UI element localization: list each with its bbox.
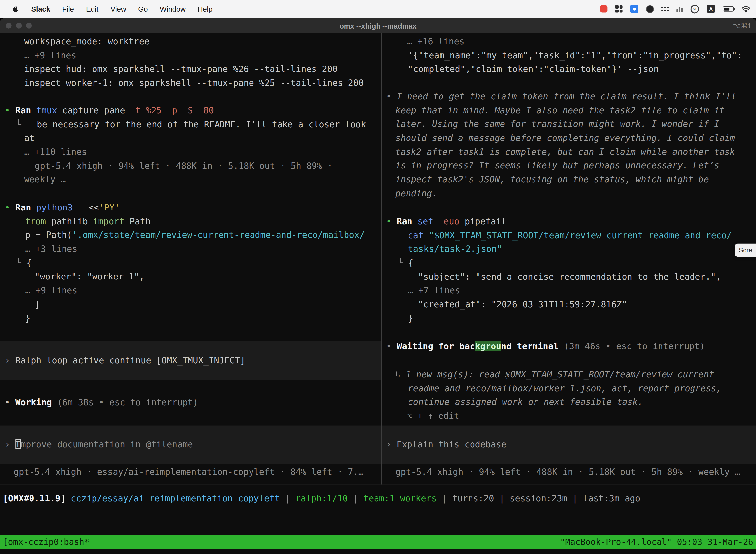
- omx-status-line: [OMX#0.11.9] cczip/essay/ai-reimplementa…: [0, 492, 756, 506]
- terminal-line: is in progress? It seems likely but perh…: [382, 159, 756, 173]
- text-segment: •: [386, 216, 397, 226]
- text-segment: •: [386, 341, 397, 351]
- text-segment: ›: [386, 439, 397, 449]
- terminal-line: … +9 lines: [0, 284, 381, 297]
- text-segment: inspect_worker-1: omx sparkshell --tmux-…: [24, 78, 364, 88]
- text-segment: team:1 workers: [363, 493, 437, 503]
- text-segment: cat: [408, 230, 429, 240]
- text-segment: ]: [35, 299, 40, 309]
- text-segment: kgrou: [475, 341, 501, 351]
- text-segment: … +7 lines: [408, 285, 460, 296]
- text-segment: Waiting for bac: [397, 341, 475, 351]
- text-segment: •: [386, 91, 397, 101]
- app-menus: SlackFileEditViewGoWindowHelp: [31, 5, 212, 13]
- stats-monitor-icon[interactable]: [676, 6, 683, 12]
- menu-item-help[interactable]: Help: [198, 5, 212, 13]
- text-segment: from: [25, 216, 46, 226]
- text-segment: 'PY': [99, 202, 120, 212]
- battery-gauge-icon[interactable]: 61: [691, 4, 699, 13]
- terminal-line: }: [382, 312, 756, 325]
- menu-item-go[interactable]: Go: [138, 5, 148, 13]
- text-segment: session:23m: [510, 493, 567, 503]
- text-segment: ⌥ + ↑ edit: [407, 410, 459, 421]
- injected-status-banner: › Ralph loop active continue [OMX_TMUX_I…: [0, 340, 381, 380]
- text-segment: "completed","claim_token":"claim-token"}…: [408, 64, 659, 74]
- terminal-line: "subject": "send a concise recommendatio…: [382, 270, 756, 284]
- terminal-line: inspect_worker-1: omx sparkshell --tmux-…: [0, 76, 381, 90]
- text-segment: •: [5, 202, 15, 212]
- apple-menu-icon[interactable]: [13, 5, 19, 12]
- screen-recording-stop-icon[interactable]: [600, 5, 608, 12]
- model-status-line: gpt-5.4 xhigh · 94% left · 488K in · 5.1…: [382, 465, 756, 479]
- terminal-line: ⌥ + ↑ edit: [382, 409, 756, 423]
- terminal-line: … +110 lines: [0, 145, 381, 159]
- window-grid-icon[interactable]: [615, 5, 622, 12]
- terminal-line: └ {: [0, 256, 381, 270]
- terminal-line: inspect_hud: omx sparkshell --tmux-pane …: [0, 62, 381, 76]
- text-segment: cczip/essay/ai-reimplementation-copyleft: [71, 493, 280, 503]
- close-button[interactable]: [6, 22, 11, 28]
- working-status: • Working (6m 38s • esc to interrupt): [0, 396, 381, 409]
- terminal-line: p = Path('.omx/state/team/review-current…: [0, 228, 381, 242]
- minimize-button[interactable]: [16, 22, 21, 28]
- zoom-button[interactable]: [26, 22, 32, 28]
- text-segment: -euo: [439, 216, 464, 226]
- model-status-line: gpt-5.4 xhigh · essay/ai-reimplementatio…: [0, 465, 381, 479]
- text-segment: pathlib: [46, 216, 93, 226]
- text-segment: tmux: [36, 105, 62, 115]
- text-segment: "subject": "send a concise recommendatio…: [418, 272, 721, 282]
- text-segment: •: [5, 105, 15, 115]
- text-segment: {: [408, 258, 414, 268]
- menu-item-window[interactable]: Window: [160, 5, 186, 13]
- text-segment: I need to get the claim token from the c…: [397, 91, 736, 101]
- text-segment: ›: [5, 355, 15, 365]
- menu-item-edit[interactable]: Edit: [86, 5, 99, 13]
- keyboard-layout-icon[interactable]: A: [707, 5, 715, 13]
- screen: SlackFileEditViewGoWindowHelp 61 A omx -…: [0, 0, 756, 554]
- terminal-line: › Explain this codebase: [382, 438, 756, 451]
- text-segment: be necessary for the end of the README. …: [21, 119, 366, 129]
- text-segment: inspect task2's JSON, focusing on the st…: [395, 174, 709, 184]
- tmux-pane-right[interactable]: … +16 lines'{"team_name":"my-team","task…: [382, 33, 756, 484]
- text-segment: '{"team_name":"my-team","task_id":"1","f…: [408, 50, 742, 60]
- text-segment: {: [26, 258, 32, 268]
- terminal-line: └ {: [382, 256, 756, 270]
- dots-grid-icon[interactable]: [662, 7, 669, 11]
- text-segment: mprove documentation in @filename: [20, 439, 193, 449]
- text-segment: |: [494, 493, 510, 503]
- text-segment: |: [567, 493, 583, 503]
- terminal-line: ]: [0, 297, 381, 312]
- terminal-line: pending.: [382, 187, 756, 201]
- menu-item-view[interactable]: View: [111, 5, 126, 13]
- composer-input[interactable]: › Improve documentation in @filename: [0, 426, 381, 464]
- terminal-line: … +7 lines: [382, 284, 756, 298]
- text-segment: inspect_hud: omx sparkshell --tmux-pane …: [24, 64, 337, 74]
- menu-item-file[interactable]: File: [62, 5, 74, 13]
- terminal-line: at: [0, 131, 381, 145]
- window-titlebar[interactable]: omx --xhigh --madmax ⌥⌘1: [0, 18, 756, 33]
- wifi-icon[interactable]: [742, 5, 750, 12]
- text-segment: └: [16, 119, 21, 129]
- tmux-pane-left[interactable]: workspace_mode: worktree… +9 linesinspec…: [0, 33, 381, 484]
- text-segment: •: [5, 397, 15, 407]
- text-segment: pipefail: [464, 216, 506, 226]
- terminal-line: … +3 lines: [0, 242, 381, 256]
- text-segment: capture-pane: [62, 105, 130, 115]
- blue-app-icon[interactable]: [630, 5, 638, 13]
- terminal-line: › Improve documentation in @filename: [0, 438, 381, 451]
- dark-app-icon[interactable]: [646, 5, 654, 13]
- ran-python-block: • Ran python3 - <<'PY'from pathlib impor…: [0, 201, 381, 325]
- text-segment: last:3m ago: [583, 493, 640, 503]
- text-segment: import: [93, 216, 124, 226]
- text-segment: |: [437, 493, 452, 503]
- text-segment: |: [348, 493, 363, 503]
- suggestion-prompt[interactable]: › Explain this codebase: [382, 426, 756, 464]
- terminal-line: "completed","claim_token":"claim-token"}…: [382, 62, 756, 76]
- text-segment: "worker": "worker-1",: [35, 271, 144, 281]
- text-segment: keep that in mind. Maybe I also need the…: [395, 105, 724, 115]
- text-segment: workspace_mode: worktree: [24, 36, 149, 46]
- text-segment: └: [398, 258, 408, 268]
- text-segment: Explain this codebase: [397, 439, 506, 449]
- menu-item-slack[interactable]: Slack: [31, 5, 50, 13]
- battery-icon[interactable]: [723, 6, 734, 11]
